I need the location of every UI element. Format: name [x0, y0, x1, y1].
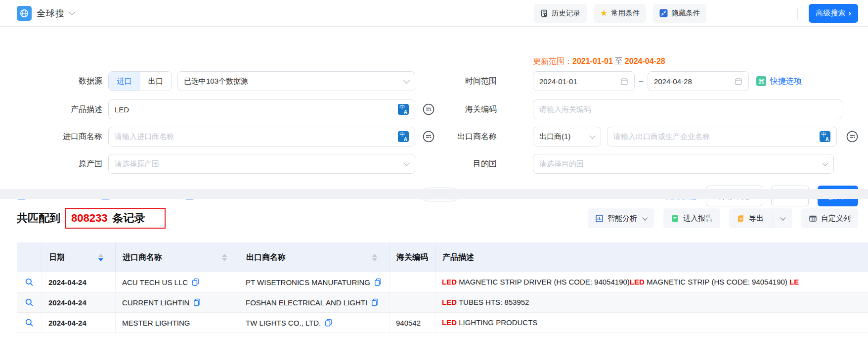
importer-input[interactable]: 请输入进口商名称 中A: [108, 127, 415, 146]
header-hs-code-label: 海关编码: [396, 252, 428, 263]
exporter-cell: PT WISETRONICS MANUFATURING: [239, 272, 389, 292]
match-count: 808233: [71, 212, 107, 225]
end-date-input[interactable]: 2024-04-28: [648, 71, 749, 91]
globe-logo-icon: [19, 8, 29, 18]
advanced-search-label: 高级搜索: [816, 8, 845, 18]
chevron-down-icon: [822, 160, 828, 166]
end-date-value: 2024-04-28: [654, 77, 692, 86]
sort-control[interactable]: [98, 254, 108, 261]
importer-name[interactable]: MESTER LIGHTING: [122, 319, 190, 327]
header-exporter-label: 出口商名称: [246, 252, 286, 263]
copy-icon[interactable]: [325, 319, 332, 327]
date-separator: –: [636, 71, 647, 91]
enter-report-label: 进入报告: [683, 214, 713, 223]
keyword-highlight: LED: [442, 278, 457, 286]
app-title: 全球搜: [37, 7, 65, 19]
row-search-icon[interactable]: [25, 318, 34, 327]
enter-report-button[interactable]: 进入报告: [663, 208, 720, 228]
exporter-name[interactable]: FOSHAN ELECTRICAL AND LIGHTI: [246, 298, 367, 307]
copy-icon[interactable]: [193, 298, 201, 306]
chevron-down-icon[interactable]: [780, 215, 785, 220]
exporter-name[interactable]: TW LIGHTS CO., LTD.: [246, 319, 321, 327]
chevron-down-icon[interactable]: [69, 9, 75, 15]
time-range-label: 时间范围: [428, 71, 497, 91]
origin-country-select[interactable]: 请选择原产国: [108, 154, 415, 174]
copy-icon[interactable]: [374, 278, 382, 286]
importer-name[interactable]: ACU TECH US LLC: [122, 278, 188, 287]
exporter-placeholder: 请输入出口商或生产企业名称: [613, 132, 710, 142]
history-button[interactable]: 历史记录: [534, 4, 587, 23]
sort-asc-icon: [98, 254, 103, 257]
dest-country-select[interactable]: 请选择目的国: [533, 154, 834, 174]
update-range: 更新范围：2021-01-01至2024-04-28: [533, 55, 665, 68]
chevron-down-icon: [589, 133, 596, 139]
row-search-icon[interactable]: [25, 278, 34, 287]
row-detail-cell[interactable]: [17, 292, 42, 312]
date-cell: 2024-04-24: [42, 272, 115, 292]
data-source-select[interactable]: 已选中103个数据源: [177, 71, 415, 91]
start-date-input[interactable]: 2024-01-01: [533, 71, 635, 91]
header-hs-code: 海关编码: [389, 242, 435, 272]
brand[interactable]: 全球搜: [17, 6, 74, 21]
header-exporter[interactable]: 出口商名称: [239, 242, 389, 272]
importer-name[interactable]: CURRENT LIGHTIN: [122, 298, 189, 307]
header-date[interactable]: 日期: [42, 242, 115, 272]
exporter-type-value: 出口商(1): [539, 132, 570, 142]
row-search-icon[interactable]: [25, 298, 34, 307]
copy-icon[interactable]: [371, 298, 379, 306]
header-date-label: 日期: [49, 252, 65, 263]
global-search-page: 全球搜 历史记录 ★ 常用条件: [0, 0, 868, 337]
hs-code-input[interactable]: 请输入海关编码: [533, 99, 842, 119]
custom-columns-button[interactable]: 自定义列: [801, 208, 858, 228]
smart-analysis-button[interactable]: 智能分析: [588, 208, 654, 228]
sort-desc-icon: [98, 258, 103, 261]
date-cell: 2024-04-24: [42, 292, 115, 312]
desc-text: LIGHTING PRODUCTS: [457, 318, 537, 327]
favorites-button[interactable]: ★ 常用条件: [594, 4, 646, 23]
filter-panel: 更新范围：2021-01-01至2024-04-28 数据源 进口 出口 已选中…: [0, 27, 868, 189]
exporter-label: 出口商名称: [428, 127, 497, 146]
translate-icon[interactable]: 中A: [398, 131, 409, 142]
hs-code-cell: [389, 272, 435, 292]
translate-icon[interactable]: 中A: [820, 131, 830, 142]
topbar-actions: 历史记录 ★ 常用条件 隐藏条件 高级搜索 ›: [527, 4, 858, 23]
header-product-desc: 产品描述: [435, 242, 868, 272]
origin-country-placeholder: 请选择原产国: [115, 159, 159, 169]
product-desc-value: LED: [115, 105, 129, 114]
table-row: 2024-04-24MESTER LIGHTINGTW LIGHTS CO., …: [17, 313, 868, 333]
header-importer-label: 进口商名称: [123, 252, 162, 263]
advanced-search-button[interactable]: 高级搜索 ›: [809, 4, 858, 23]
exporter-type-select[interactable]: 出口商(1): [533, 127, 601, 146]
product-desc-input[interactable]: LED 中A: [108, 99, 415, 119]
sort-control[interactable]: [372, 254, 382, 261]
data-source-selected: 已选中103个数据源: [184, 77, 248, 86]
history-icon: [540, 9, 548, 17]
copy-icon[interactable]: [192, 278, 199, 286]
export-button[interactable]: 导出: [729, 208, 792, 228]
match-count-box: 808233 条记录: [65, 208, 166, 229]
hide-filters-label: 隐藏条件: [671, 8, 700, 18]
quick-options[interactable]: ⌘ 快捷选项: [756, 71, 802, 91]
exporter-input[interactable]: 请输入出口商或生产企业名称 中A: [607, 127, 837, 146]
columns-icon: [809, 214, 817, 223]
exporter-name[interactable]: PT WISETRONICS MANUFATURING: [246, 278, 370, 287]
command-icon: ⌘: [756, 76, 766, 86]
export-tab[interactable]: 出口: [140, 72, 172, 91]
bi-analysis-icon: [595, 214, 604, 223]
update-range-to: 至: [613, 57, 625, 65]
row-detail-cell[interactable]: [17, 272, 42, 292]
keyword-highlight: LE: [789, 278, 799, 286]
translate-icon[interactable]: 中A: [398, 104, 409, 115]
hide-filters-button[interactable]: 隐藏条件: [653, 4, 706, 23]
importer-cell: MESTER LIGHTING: [115, 313, 239, 333]
update-range-start: 2021-01-01: [572, 57, 613, 65]
importer-placeholder: 请输入进口商名称: [115, 132, 174, 142]
report-icon: [671, 214, 679, 223]
import-tab[interactable]: 进口: [109, 72, 140, 91]
calendar-icon: [620, 77, 628, 86]
row-detail-cell[interactable]: [17, 313, 42, 333]
match-mode-icon[interactable]: [846, 130, 859, 143]
calendar-icon: [735, 77, 742, 86]
sort-control[interactable]: [222, 254, 232, 261]
header-importer[interactable]: 进口商名称: [115, 242, 239, 272]
